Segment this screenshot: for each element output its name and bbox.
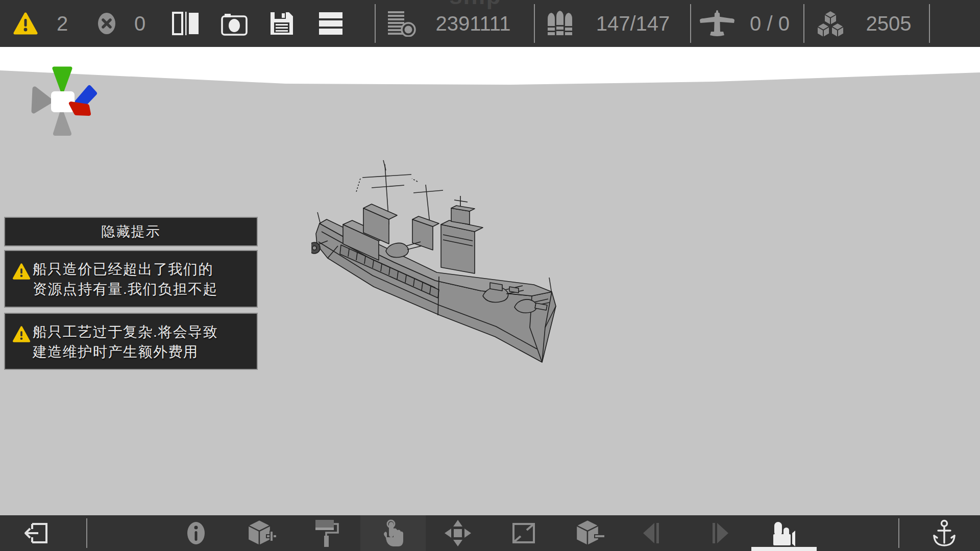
aircraft-value: 0 / 0 [743, 0, 796, 47]
warning-icon [12, 326, 33, 344]
warning-icon [12, 263, 33, 282]
warning-tip-complexity: 船只工艺过于复杂.将会导致 建造维护时产生额外费用 [4, 313, 258, 370]
editor-screen: ship [0, 0, 980, 551]
move-tool-button[interactable] [432, 515, 483, 551]
warning-count: 2 [49, 0, 76, 47]
warning-line: 资源点持有量.我们负担不起 [33, 279, 218, 299]
remove-block-button[interactable] [564, 515, 615, 551]
blocks-value: 2505 [861, 0, 917, 47]
menu-hamburger-icon[interactable] [317, 0, 344, 47]
warning-line: 船只工艺过于复杂.将会导致 [33, 322, 218, 342]
anchor-button[interactable] [919, 515, 970, 551]
info-button[interactable] [170, 515, 222, 551]
error-circle-x-icon [95, 0, 118, 47]
save-floppy-icon[interactable] [268, 0, 295, 47]
toolbar-divider [86, 518, 87, 548]
ammo-value: 147/147 [586, 0, 680, 47]
exit-editor-button[interactable] [11, 515, 62, 551]
ship-name-partial: ship [449, 0, 502, 8]
aircraft-plane-icon [697, 0, 737, 47]
toolbar-divider [898, 518, 899, 548]
add-block-button[interactable] [236, 515, 287, 551]
turret-tool-button[interactable] [758, 515, 810, 551]
ship-model [311, 159, 607, 373]
ammo-shells-icon [545, 0, 575, 47]
topbar-divider [534, 4, 535, 43]
error-count: 0 [128, 0, 152, 47]
topbar-divider [690, 4, 691, 43]
blocks-cubes-icon [814, 0, 847, 47]
select-hand-button[interactable] [368, 515, 419, 551]
hide-tips-button[interactable]: 隐藏提示 [4, 217, 258, 246]
prev-button[interactable] [628, 515, 679, 551]
fit-frame-button[interactable] [498, 515, 549, 551]
orientation-gizmo-icon[interactable] [27, 62, 103, 140]
topbar-divider [929, 4, 930, 43]
topbar-divider [375, 4, 376, 43]
warning-tip-cost: 船只造价已经超出了我们的 资源点持有量.我们负担不起 [4, 250, 258, 308]
paint-tool-button[interactable] [301, 515, 352, 551]
warning-line: 建造维护时产生额外费用 [33, 342, 218, 362]
mirror-icon[interactable] [172, 0, 200, 47]
next-button[interactable] [693, 515, 744, 551]
bottom-toolbar [0, 515, 980, 551]
topbar-divider [803, 4, 804, 43]
warning-line: 船只造价已经超出了我们的 [33, 259, 218, 279]
screenshot-camera-icon[interactable] [219, 0, 249, 47]
funds-coin-icon [386, 0, 418, 47]
warning-triangle-icon [13, 0, 38, 47]
